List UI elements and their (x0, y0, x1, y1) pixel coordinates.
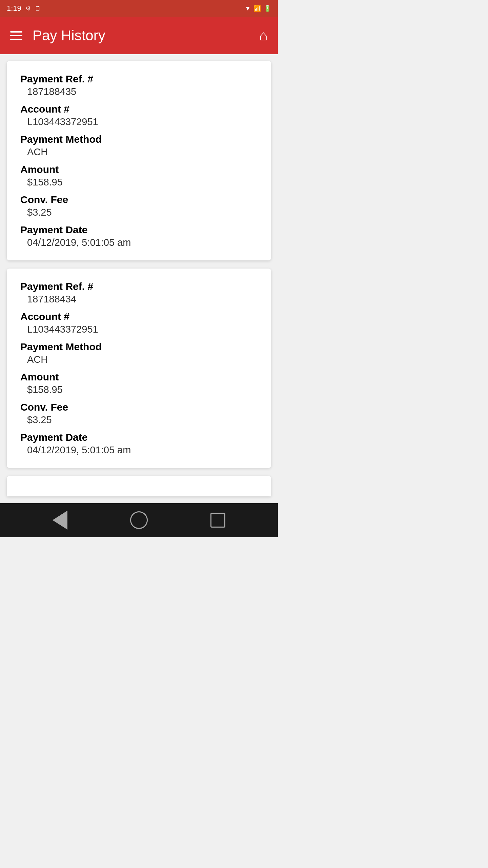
recent-apps-icon (210, 513, 225, 528)
conv-fee-label-1: Conv. Fee (20, 194, 258, 205)
back-button[interactable] (50, 510, 70, 530)
amount-label-2: Amount (20, 371, 258, 383)
battery-icon: 🔋 (264, 5, 271, 12)
payment-method-value-2: ACH (27, 354, 258, 365)
wifi-icon: ▼ (245, 5, 251, 12)
conv-fee-value-1: $3.25 (27, 207, 258, 218)
home-button[interactable]: ⌂ (259, 27, 268, 44)
amount-value-2: $158.95 (27, 384, 258, 395)
payment-ref-label-1: Payment Ref. # (20, 73, 258, 85)
hamburger-line-1 (10, 31, 22, 33)
back-icon (53, 511, 67, 530)
signal-icon: 📶 (253, 5, 261, 12)
status-bar: 1:19 ⚙ 🗒 ▼ 📶 🔋 (0, 0, 278, 17)
payment-method-value-1: ACH (27, 146, 258, 158)
page-title: Pay History (33, 27, 259, 44)
payment-method-label-1: Payment Method (20, 134, 258, 145)
hamburger-line-2 (10, 35, 22, 36)
conv-fee-value-2: $3.25 (27, 414, 258, 426)
account-label-2: Account # (20, 311, 258, 322)
payment-card-1: Payment Ref. # 187188435 Account # L1034… (7, 61, 271, 260)
payment-ref-value-2: 187188434 (27, 294, 258, 305)
clipboard-status-icon: 🗒 (35, 5, 41, 12)
home-nav-button[interactable] (129, 510, 149, 530)
payment-card-2: Payment Ref. # 187188434 Account # L1034… (7, 269, 271, 468)
time-display: 1:19 (7, 4, 21, 13)
payment-card-3-partial (7, 476, 271, 496)
account-value-2: L103443372951 (27, 324, 258, 335)
amount-value-1: $158.95 (27, 177, 258, 188)
payment-date-label-2: Payment Date (20, 432, 258, 443)
payment-date-label-1: Payment Date (20, 224, 258, 236)
home-nav-icon (130, 511, 148, 529)
payment-ref-value-1: 187188435 (27, 86, 258, 97)
status-bar-left: 1:19 ⚙ 🗒 (7, 4, 41, 13)
settings-status-icon: ⚙ (25, 5, 31, 12)
app-bar: Pay History ⌂ (0, 17, 278, 54)
main-content: Payment Ref. # 187188435 Account # L1034… (0, 54, 278, 503)
hamburger-line-3 (10, 39, 22, 40)
menu-button[interactable] (10, 31, 22, 40)
payment-date-value-2: 04/12/2019, 5:01:05 am (27, 445, 258, 456)
conv-fee-label-2: Conv. Fee (20, 401, 258, 413)
account-value-1: L103443372951 (27, 116, 258, 127)
bottom-navigation (0, 503, 278, 537)
payment-date-value-1: 04/12/2019, 5:01:05 am (27, 237, 258, 248)
recent-apps-button[interactable] (208, 510, 228, 530)
account-label-1: Account # (20, 103, 258, 115)
amount-label-1: Amount (20, 164, 258, 175)
status-bar-right: ▼ 📶 🔋 (245, 5, 271, 12)
payment-method-label-2: Payment Method (20, 341, 258, 353)
payment-ref-label-2: Payment Ref. # (20, 281, 258, 292)
